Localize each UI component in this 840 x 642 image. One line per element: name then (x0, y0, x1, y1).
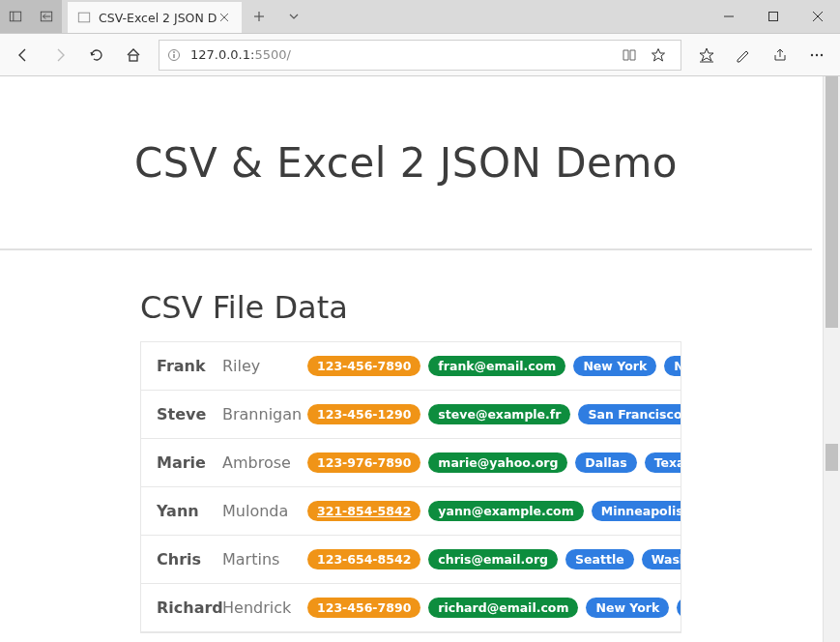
table-row: MarieAmbrose123-976-7890marie@yahoo.orgD… (141, 439, 681, 487)
svg-marker-18 (700, 48, 713, 61)
table-row: FrankRiley123-456-7890frank@email.comNew… (141, 342, 681, 391)
svg-point-23 (821, 53, 823, 55)
back-button[interactable] (6, 38, 41, 73)
tab-aside-icon[interactable] (0, 0, 31, 33)
city-pill: Dallas (575, 452, 636, 473)
email-pill: chris@email.org (428, 549, 558, 569)
first-name: Steve (157, 405, 215, 423)
first-name: Richard (157, 598, 215, 617)
window-maximize-button[interactable] (751, 0, 796, 33)
svg-rect-13 (130, 55, 137, 61)
state-pill: New York (677, 598, 681, 618)
email-pill: steve@example.fr (428, 404, 570, 424)
favorites-star-icon[interactable] (646, 43, 671, 68)
svg-marker-17 (652, 48, 665, 61)
last-name: Brannigan (222, 405, 300, 423)
email-pill: frank@email.com (428, 356, 565, 376)
first-name: Chris (157, 550, 215, 569)
svg-rect-0 (10, 12, 20, 21)
email-pill: yann@example.com (428, 501, 583, 521)
page-hero: CSV & Excel 2 JSON Demo (0, 76, 812, 250)
new-tab-button[interactable] (242, 0, 276, 33)
last-name: Hendrick (222, 598, 300, 617)
share-icon[interactable] (763, 38, 797, 73)
window-minimize-button[interactable] (707, 0, 751, 33)
svg-point-16 (173, 51, 175, 53)
city-pill: New York (573, 356, 656, 376)
last-name: Ambrose (222, 453, 300, 472)
table-row: YannMulonda321-854-5842yann@example.comM… (141, 487, 681, 536)
last-name: Martins (222, 550, 300, 569)
scrollbar-thumb[interactable] (826, 76, 838, 328)
hub-icon[interactable] (689, 38, 724, 73)
site-info-icon[interactable] (165, 46, 183, 64)
page-viewport: CSV & Excel 2 JSON Demo CSV File Data Fr… (0, 76, 840, 642)
url-text: 127.0.0.1:5500/ (190, 47, 617, 62)
phone-pill: 321-854-5842 (307, 501, 420, 521)
phone-pill: 123-654-8542 (307, 549, 420, 569)
phone-pill: 123-456-1290 (307, 404, 420, 424)
first-name: Yann (157, 502, 215, 520)
phone-pill: 123-976-7890 (307, 452, 420, 473)
email-pill: marie@yahoo.org (428, 452, 567, 473)
last-name: Mulonda (222, 502, 300, 520)
svg-point-21 (811, 53, 813, 55)
table-row: ChrisMartins123-654-8542chris@email.orgS… (141, 536, 681, 584)
tab-preview-icon[interactable] (31, 0, 62, 33)
svg-point-22 (816, 53, 818, 55)
city-pill: San Francisco (578, 404, 681, 424)
reading-view-icon[interactable] (617, 43, 642, 68)
city-pill: Minneapolis (592, 501, 681, 521)
refresh-button[interactable] (79, 38, 114, 73)
page-content: CSV & Excel 2 JSON Demo CSV File Data Fr… (0, 76, 823, 642)
browser-toolbar: 127.0.0.1:5500/ (0, 34, 840, 76)
city-pill: Seattle (565, 549, 634, 569)
notes-icon[interactable] (726, 38, 761, 73)
table-row: SteveBrannigan123-456-1290steve@example.… (141, 391, 681, 439)
scrollbar-thumb[interactable] (826, 444, 838, 471)
section-title: CSV File Data (140, 289, 812, 326)
email-pill: richard@email.com (428, 598, 578, 618)
data-table: FrankRiley123-456-7890frank@email.comNew… (140, 341, 681, 633)
first-name: Frank (157, 357, 215, 375)
tab-favicon (77, 11, 91, 24)
phone-pill: 123-456-7890 (307, 356, 420, 376)
address-bar[interactable]: 127.0.0.1:5500/ (159, 40, 681, 71)
tab-close-icon[interactable] (217, 10, 232, 25)
svg-rect-4 (78, 13, 89, 22)
tab-title: CSV-Excel 2 JSON Demo (99, 11, 217, 25)
vertical-scrollbar[interactable] (823, 76, 840, 642)
browser-titlebar: CSV-Excel 2 JSON Demo (0, 0, 840, 33)
home-button[interactable] (116, 38, 151, 73)
window-close-button[interactable] (796, 0, 840, 33)
forward-button[interactable] (43, 38, 77, 73)
phone-pill: 123-456-7890 (307, 598, 420, 618)
state-pill: New York (664, 356, 681, 376)
settings-menu-icon[interactable] (799, 38, 834, 73)
browser-tab[interactable]: CSV-Excel 2 JSON Demo (68, 2, 242, 33)
tab-list-dropdown-icon[interactable] (276, 0, 311, 33)
table-row: RichardHendrick123-456-7890richard@email… (141, 584, 681, 632)
city-pill: New York (586, 598, 669, 618)
state-pill: Texas (645, 452, 681, 473)
state-pill: Washington (642, 549, 681, 569)
last-name: Riley (222, 357, 300, 375)
svg-rect-10 (769, 13, 778, 21)
page-title: CSV & Excel 2 JSON Demo (134, 139, 678, 187)
first-name: Marie (157, 453, 215, 472)
